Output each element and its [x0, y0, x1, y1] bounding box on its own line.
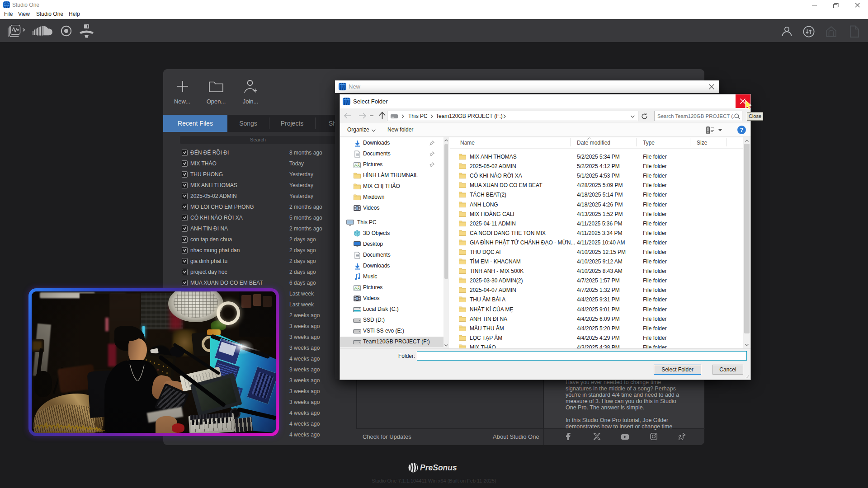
svg-text:PreSonus: PreSonus	[420, 463, 457, 472]
